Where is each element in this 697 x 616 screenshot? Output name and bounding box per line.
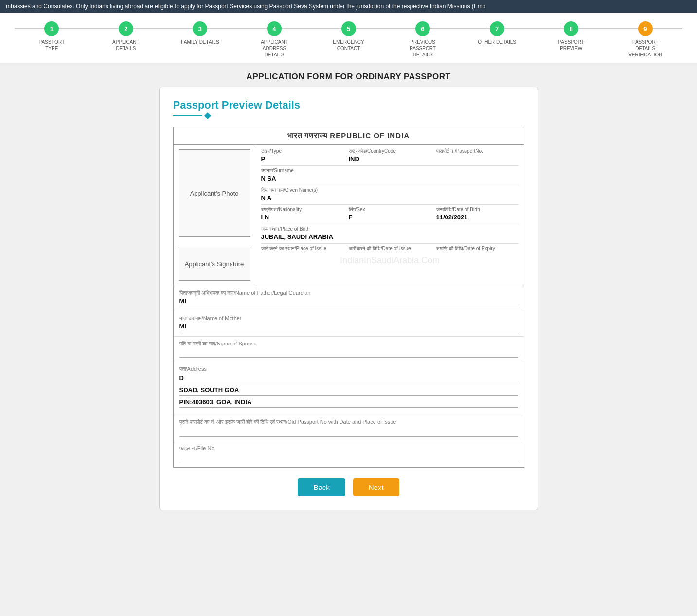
stepper: 1PASSPORT TYPE2APPLICANT DETAILS3FAMILY …: [15, 21, 682, 58]
step-8: 8PASSPORT PREVIEW: [534, 21, 608, 52]
applicant-signature-box: Applicant's Signature: [179, 247, 250, 281]
top-banner: mbassies and Consulates. Only Indians li…: [0, 0, 697, 13]
mother-row: माता का नाम/Name of Mother MI: [174, 311, 524, 337]
step-circle-8: 8: [564, 21, 578, 36]
step-6: 6PREVIOUS PASSPORT DETAILS: [386, 21, 460, 58]
step-circle-6: 6: [415, 21, 430, 36]
step-circle-5: 5: [341, 21, 356, 36]
step-3: 3FAMILY DETAILS: [163, 21, 237, 45]
step-label-3: FAMILY DETAILS: [181, 39, 219, 45]
step-label-8: PASSPORT PREVIEW: [552, 39, 590, 52]
step-label-5: EMERGENCY CONTACT: [329, 39, 368, 52]
step-circle-4: 4: [267, 21, 282, 36]
page-title: APPLICATION FORM FOR ORDINARY PASSPORT: [0, 63, 697, 87]
stepper-container: 1PASSPORT TYPE2APPLICANT DETAILS3FAMILY …: [0, 13, 697, 63]
father-row: पिता/कानूनी अभिभावक का नाम/Name of Fathe…: [174, 286, 524, 311]
step-1: 1PASSPORT TYPE: [15, 21, 89, 52]
step-circle-7: 7: [490, 21, 504, 36]
step-circle-3: 3: [193, 21, 207, 36]
passport-form: भारत गणराज्य REPUBLIC OF INDIA Applicant…: [173, 127, 524, 468]
next-button[interactable]: Next: [353, 478, 399, 496]
step-label-6: PREVIOUS PASSPORT DETAILS: [403, 39, 442, 58]
step-label-9: PASSPORT DETAILS VERIFICATION: [626, 39, 665, 58]
applicant-photo-box: Applicant's Photo: [179, 149, 250, 237]
step-9: 9PASSPORT DETAILS VERIFICATION: [608, 21, 683, 58]
step-5: 5EMERGENCY CONTACT: [311, 21, 386, 52]
preview-card: Passport Preview Details भारत गणराज्य RE…: [159, 87, 538, 510]
step-circle-2: 2: [119, 21, 133, 36]
step-7: 7OTHER DETAILS: [460, 21, 534, 45]
details-col: टाइप/Type P राष्ट्र कोड/CountryCode IND …: [256, 145, 524, 286]
file-no-section: फाइल नं./File No.: [174, 441, 524, 467]
back-button[interactable]: Back: [298, 478, 345, 496]
step-label-1: PASSPORT TYPE: [32, 39, 71, 52]
step-circle-9: 9: [638, 21, 653, 36]
card-title: Passport Preview Details: [173, 99, 524, 111]
step-label-2: APPLICANT DETAILS: [107, 39, 145, 52]
passport-main-row: Applicant's Photo Applicant's Signature …: [174, 145, 524, 286]
step-4: 4APPLICANT ADDRESS DETAILS: [237, 21, 312, 58]
step-2: 2APPLICANT DETAILS: [89, 21, 163, 52]
old-passport-section: पुराने पासपोर्ट का नं. और इसके जारी होने…: [174, 415, 524, 441]
step-circle-1: 1: [44, 21, 59, 36]
address-section: पता/Address D SDAD, SOUTH GOA PIN:403603…: [174, 362, 524, 415]
step-label-4: APPLICANT ADDRESS DETAILS: [255, 39, 294, 58]
step-label-7: OTHER DETAILS: [478, 39, 516, 45]
spouse-row: पति या पत्नी का नाम/Name of Spouse: [174, 337, 524, 362]
passport-header: भारत गणराज्य REPUBLIC OF INDIA: [174, 127, 524, 145]
photo-sig-col: Applicant's Photo Applicant's Signature: [174, 145, 256, 286]
